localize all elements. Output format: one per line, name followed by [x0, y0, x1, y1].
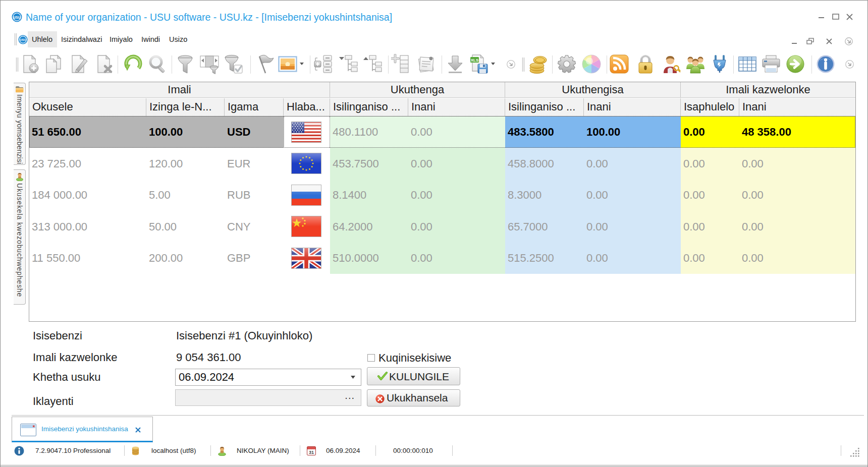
svg-text:USU: USU — [14, 16, 21, 19]
svg-text:31: 31 — [309, 450, 314, 455]
svg-text:XLS: XLS — [471, 58, 479, 63]
svg-text:USU: USU — [20, 38, 26, 41]
